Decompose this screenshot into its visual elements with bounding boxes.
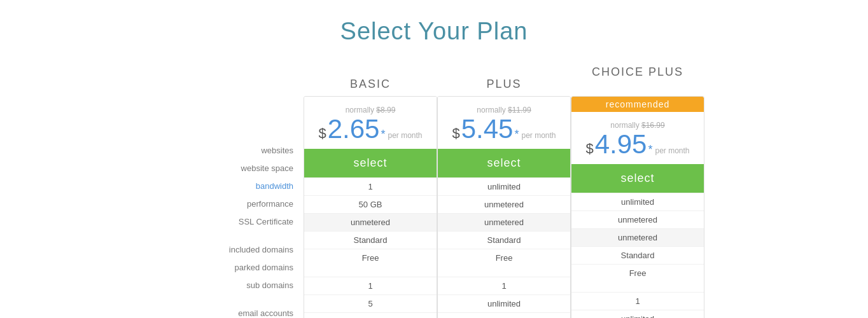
- plan-basic-included-domains: 1: [304, 277, 437, 294]
- feature-label-email-accounts: email accounts: [164, 305, 293, 318]
- plan-choice-plus-ssl: Free: [571, 264, 704, 282]
- feature-label-sub-domains: sub domains: [164, 277, 293, 294]
- plan-choice-plus-websites: unlimited: [571, 193, 704, 211]
- plan-basic-performance: Standard: [304, 231, 437, 249]
- plan-plus-features: unlimited unmetered unmetered Standard F…: [438, 177, 570, 318]
- plan-basic-websites: 1: [304, 177, 437, 195]
- feature-label-included-domains: included domains: [164, 241, 293, 259]
- plan-choice-plus-performance: Standard: [571, 246, 704, 264]
- plan-basic-per-month: per month: [388, 131, 422, 140]
- feature-label-performance: performance: [164, 195, 293, 213]
- plan-plus: PLUS normally $11.99 $ 5.45 * per month …: [437, 66, 571, 318]
- plan-basic-dollar: $: [318, 125, 326, 142]
- plan-choice-plus: CHOICE PLUS recommended normally $16.99 …: [571, 66, 704, 318]
- plan-plus-per-month: per month: [521, 131, 556, 140]
- plan-basic-pricing: normally $8.99 $ 2.65 * per month: [304, 97, 437, 149]
- plan-choice-plus-parked-domains: unlimited: [571, 310, 704, 318]
- recommended-badge: recommended: [571, 97, 704, 112]
- plan-basic-amount: 2.65: [328, 116, 380, 142]
- plan-basic-ssl: Free: [304, 249, 437, 266]
- plan-basic-original-price: $8.99: [376, 106, 395, 114]
- plan-plus-header: PLUS: [437, 66, 571, 96]
- plan-choice-plus-normally: normally $16.99: [578, 121, 697, 130]
- plan-plus-included-domains: 1: [438, 277, 570, 294]
- plan-choice-plus-bandwidth: unmetered: [571, 228, 704, 246]
- plan-basic-header: BASIC: [304, 66, 437, 96]
- plan-plus-websites: unlimited: [438, 177, 570, 195]
- plan-plus-pricing: normally $11.99 $ 5.45 * per month: [438, 97, 570, 149]
- plan-basic-spacer1: [304, 266, 437, 277]
- plan-basic-bandwidth: unmetered: [304, 213, 437, 231]
- plan-basic-features: 1 50 GB unmetered Standard Free 1 5 25 5: [304, 177, 437, 318]
- feature-label-website-space: website space: [164, 160, 293, 177]
- plan-basic-card: normally $8.99 $ 2.65 * per month select…: [304, 96, 437, 318]
- plan-basic-select-button[interactable]: select: [304, 149, 437, 177]
- plan-basic-sub-domains: 25: [304, 312, 437, 318]
- plan-choice-plus-original-price: $16.99: [641, 121, 665, 130]
- plan-choice-plus-header: CHOICE PLUS: [571, 66, 704, 96]
- feature-label-parked-domains: parked domains: [164, 259, 293, 277]
- plan-plus-sub-domains: unlimited: [438, 312, 570, 318]
- plan-plus-card: normally $11.99 $ 5.45 * per month selec…: [437, 96, 571, 318]
- plan-plus-select-button[interactable]: select: [438, 149, 570, 177]
- plan-choice-plus-asterisk: *: [648, 143, 652, 156]
- plan-choice-plus-website-space: unmetered: [571, 211, 704, 228]
- plan-basic: BASIC normally $8.99 $ 2.65 * per month …: [304, 66, 437, 318]
- plan-choice-plus-name: CHOICE PLUS: [592, 66, 683, 79]
- plan-choice-plus-amount: 4.95: [595, 131, 647, 158]
- plan-plus-amount: 5.45: [461, 116, 514, 142]
- plan-plus-spacer1: [438, 266, 570, 277]
- plan-plus-asterisk: *: [514, 128, 519, 141]
- plan-basic-name: BASIC: [350, 78, 391, 91]
- page-title: Select Your Plan: [0, 0, 868, 66]
- plan-plus-normally: normally $11.99: [444, 106, 564, 114]
- plan-plus-bandwidth: unmetered: [438, 213, 570, 231]
- feature-label-bandwidth[interactable]: bandwidth: [164, 177, 293, 195]
- plan-choice-plus-per-month: per month: [655, 146, 689, 155]
- plan-choice-plus-included-domains: 1: [571, 292, 704, 310]
- plan-plus-original-price: $11.99: [508, 106, 531, 114]
- plan-choice-plus-select-button[interactable]: select: [571, 164, 704, 193]
- plan-choice-plus-spacer1: [571, 282, 704, 292]
- plan-choice-plus-dollar: $: [585, 141, 593, 157]
- plan-plus-name: PLUS: [486, 78, 521, 91]
- feature-label-ssl: SSL Certificate: [164, 213, 293, 231]
- feature-label-websites: websites: [164, 142, 293, 160]
- plan-choice-plus-price-row: $ 4.95 * per month: [578, 131, 697, 158]
- plans-container: websites website space bandwidth perform…: [0, 66, 868, 318]
- plan-basic-website-space: 50 GB: [304, 195, 437, 213]
- plan-plus-parked-domains: unlimited: [438, 294, 570, 312]
- plan-plus-dollar: $: [452, 125, 459, 142]
- plan-choice-plus-pricing: normally $16.99 $ 4.95 * per month: [571, 112, 704, 164]
- plan-basic-normally: normally $8.99: [311, 106, 430, 114]
- plan-plus-performance: Standard: [438, 231, 570, 249]
- plan-basic-parked-domains: 5: [304, 294, 437, 312]
- plan-basic-asterisk: *: [381, 128, 385, 141]
- plan-plus-website-space: unmetered: [438, 195, 570, 213]
- plan-choice-plus-card: recommended normally $16.99 $ 4.95 * per…: [571, 96, 704, 318]
- plan-basic-price-row: $ 2.65 * per month: [311, 116, 430, 142]
- plan-choice-plus-features: unlimited unmetered unmetered Standard F…: [571, 193, 704, 318]
- plan-plus-ssl: Free: [438, 249, 570, 266]
- plan-plus-price-row: $ 5.45 * per month: [444, 116, 564, 142]
- features-column: websites website space bandwidth perform…: [164, 66, 304, 318]
